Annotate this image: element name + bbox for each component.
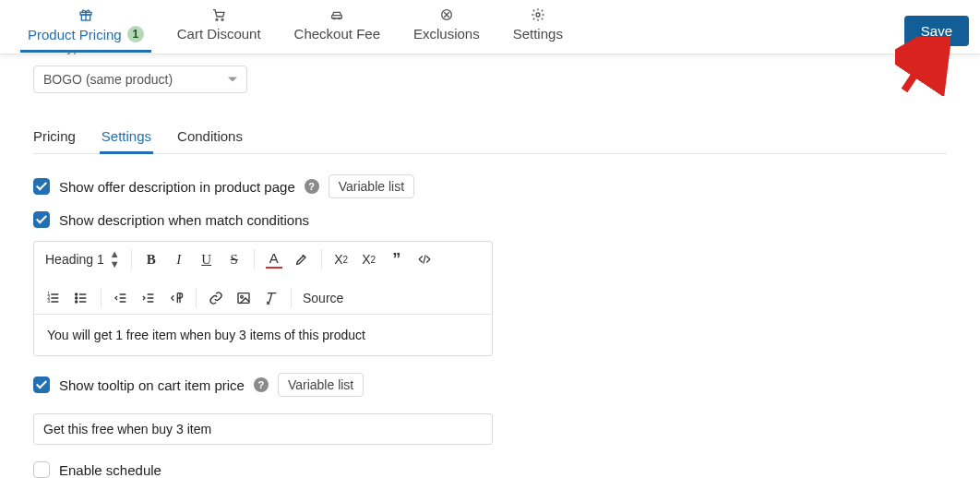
- settings-panel: Show offer description in product page ?…: [33, 154, 947, 478]
- svg-point-15: [76, 297, 78, 299]
- gift-icon: [78, 7, 93, 22]
- ordered-list-button[interactable]: 123: [45, 291, 62, 305]
- highlight-button[interactable]: [293, 252, 310, 267]
- content-area: Rule type BOGO (same product) Pricing Se…: [0, 51, 980, 478]
- strikethrough-button[interactable]: S: [226, 252, 243, 268]
- rule-type-label: Rule type: [33, 51, 947, 60]
- show-desc-conditions-label: Show description when match conditions: [59, 212, 309, 228]
- svg-point-8: [536, 13, 540, 17]
- tooltip-text-input[interactable]: [33, 413, 493, 445]
- help-icon[interactable]: ?: [254, 377, 269, 392]
- cart-icon: [211, 7, 226, 22]
- svg-rect-17: [238, 293, 249, 304]
- source-button[interactable]: Source: [303, 291, 343, 305]
- gear-icon: [531, 7, 545, 22]
- variable-list-button-2[interactable]: Variable list: [278, 373, 364, 397]
- select-value: BOGO (same product): [43, 72, 173, 87]
- help-icon[interactable]: ?: [305, 179, 319, 194]
- nav-exclusions[interactable]: Exclusions: [397, 7, 496, 51]
- svg-text:3: 3: [47, 298, 50, 304]
- save-button[interactable]: Save: [904, 16, 969, 46]
- editor-toolbar: Heading 1 ▲▼ B I U S A X2 X2 ”: [34, 242, 492, 315]
- outdent-button[interactable]: [113, 291, 129, 305]
- sub-tabs: Pricing Settings Conditions: [33, 119, 947, 154]
- sort-icon: ▲▼: [110, 249, 120, 269]
- nav-badge: 1: [127, 26, 144, 42]
- nav-label: Product Pricing: [28, 27, 122, 42]
- nav-cart-discount[interactable]: Cart Discount: [161, 7, 278, 51]
- link-button[interactable]: [208, 291, 224, 305]
- nav-label: Cart Discount: [177, 26, 261, 42]
- svg-point-5: [334, 18, 335, 18]
- blockquote-button[interactable]: ”: [388, 250, 405, 269]
- nav-label: Checkout Fee: [294, 26, 380, 42]
- svg-point-18: [241, 295, 244, 298]
- nav-label: Exclusions: [413, 26, 480, 42]
- top-nav: Product Pricing 1 Cart Discount Checkout…: [0, 0, 980, 54]
- subscript-button[interactable]: X2: [333, 252, 350, 267]
- show-offer-checkbox[interactable]: [33, 178, 50, 195]
- svg-point-6: [339, 18, 340, 18]
- car-icon: [329, 7, 344, 22]
- ban-icon: [439, 7, 454, 22]
- unordered-list-button[interactable]: [73, 291, 90, 305]
- svg-point-14: [76, 293, 78, 295]
- tab-settings[interactable]: Settings: [102, 119, 151, 153]
- svg-point-16: [76, 301, 78, 303]
- bold-button[interactable]: B: [143, 252, 160, 268]
- rule-type-select[interactable]: BOGO (same product): [33, 66, 247, 93]
- tab-pricing[interactable]: Pricing: [33, 119, 76, 153]
- italic-button[interactable]: I: [171, 252, 187, 268]
- font-color-button[interactable]: A: [266, 250, 282, 269]
- svg-point-3: [221, 18, 223, 20]
- svg-point-2: [216, 18, 218, 20]
- image-button[interactable]: [235, 291, 252, 305]
- nav-label: Settings: [513, 26, 563, 42]
- show-desc-conditions-checkbox[interactable]: [33, 211, 50, 228]
- indent-button[interactable]: [140, 291, 157, 305]
- paragraph-button[interactable]: [168, 291, 185, 305]
- clear-format-button[interactable]: [263, 291, 280, 305]
- underline-button[interactable]: U: [198, 252, 215, 268]
- heading-dropdown[interactable]: Heading 1 ▲▼: [45, 249, 120, 269]
- enable-schedule-label: Enable schedule: [59, 462, 161, 478]
- nav-checkout-fee[interactable]: Checkout Fee: [278, 7, 397, 51]
- editor-content[interactable]: You will get 1 free item when buy 3 item…: [34, 315, 492, 355]
- show-tooltip-checkbox[interactable]: [33, 376, 50, 393]
- tab-conditions[interactable]: Conditions: [177, 119, 243, 153]
- enable-schedule-checkbox[interactable]: [33, 461, 50, 478]
- show-offer-label: Show offer description in product page: [59, 179, 295, 195]
- description-editor: Heading 1 ▲▼ B I U S A X2 X2 ”: [33, 241, 493, 356]
- superscript-button[interactable]: X2: [361, 252, 377, 267]
- code-block-button[interactable]: [416, 253, 433, 266]
- nav-settings[interactable]: Settings: [496, 7, 580, 51]
- show-tooltip-label: Show tooltip on cart item price: [59, 377, 245, 393]
- nav-product-pricing[interactable]: Product Pricing 1: [11, 7, 161, 52]
- variable-list-button[interactable]: Variable list: [329, 174, 414, 198]
